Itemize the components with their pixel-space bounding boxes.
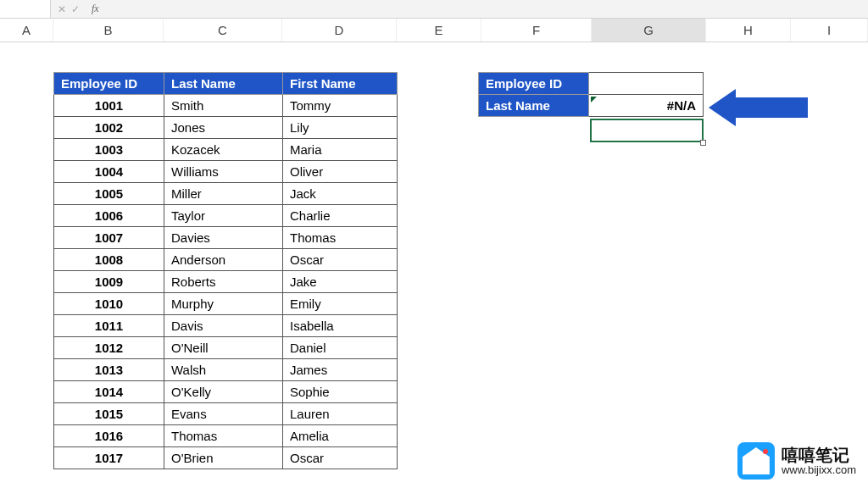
cell-employee-id[interactable]: 1016	[54, 425, 164, 447]
cell-first-name[interactable]: James	[283, 359, 398, 381]
fx-icon[interactable]: fx	[86, 3, 104, 15]
table-row[interactable]: 1013WalshJames	[54, 359, 398, 381]
column-header-c[interactable]: C	[164, 19, 282, 42]
cell-last-name[interactable]: Jones	[164, 117, 283, 139]
lookup-label-last-name[interactable]: Last Name	[479, 95, 589, 117]
cell-first-name[interactable]: Lauren	[283, 403, 398, 425]
column-header-e[interactable]: E	[397, 19, 481, 42]
cell-last-name[interactable]: Taylor	[164, 205, 283, 227]
cancel-icon[interactable]: ✕	[58, 3, 66, 15]
cell-last-name[interactable]: O'Neill	[164, 337, 283, 359]
cell-first-name[interactable]: Charlie	[283, 205, 398, 227]
error-indicator-icon[interactable]	[591, 97, 597, 103]
table-row[interactable]: 1005MillerJack	[54, 183, 398, 205]
worksheet-grid[interactable]: Employee ID Last Name First Name 1001Smi…	[0, 42, 868, 488]
cell-last-name[interactable]: Anderson	[164, 249, 283, 271]
table-row[interactable]: 1008AndersonOscar	[54, 249, 398, 271]
cell-last-name[interactable]: Smith	[164, 95, 283, 117]
employee-table: Employee ID Last Name First Name 1001Smi…	[53, 72, 398, 469]
cell-last-name[interactable]: Roberts	[164, 271, 283, 293]
column-header-g[interactable]: G	[592, 19, 706, 42]
watermark-title: 嘻嘻笔记	[782, 446, 856, 464]
watermark: 嘻嘻笔记 www.bijixx.com	[737, 442, 856, 480]
table-row[interactable]: 1003KozacekMaria	[54, 139, 398, 161]
cell-employee-id[interactable]: 1011	[54, 315, 164, 337]
cell-last-name[interactable]: Murphy	[164, 293, 283, 315]
cell-first-name[interactable]: Jake	[283, 271, 398, 293]
header-last-name[interactable]: Last Name	[164, 73, 283, 95]
enter-icon[interactable]: ✓	[71, 3, 80, 15]
cell-employee-id[interactable]: 1002	[54, 117, 164, 139]
cell-employee-id[interactable]: 1009	[54, 271, 164, 293]
cell-first-name[interactable]: Lily	[283, 117, 398, 139]
cell-first-name[interactable]: Oliver	[283, 161, 398, 183]
cell-last-name[interactable]: Davies	[164, 227, 283, 249]
cell-employee-id[interactable]: 1004	[54, 161, 164, 183]
lookup-label-employee-id[interactable]: Employee ID	[479, 73, 589, 95]
cell-first-name[interactable]: Jack	[283, 183, 398, 205]
cell-first-name[interactable]: Sophie	[283, 381, 398, 403]
cell-employee-id[interactable]: 1003	[54, 139, 164, 161]
cell-first-name[interactable]: Emily	[283, 293, 398, 315]
cell-last-name[interactable]: Davis	[164, 315, 283, 337]
cell-last-name[interactable]: Walsh	[164, 359, 283, 381]
column-header-h[interactable]: H	[706, 19, 791, 42]
cell-employee-id[interactable]: 1010	[54, 293, 164, 315]
table-row[interactable]: 1006TaylorCharlie	[54, 205, 398, 227]
cell-employee-id[interactable]: 1005	[54, 183, 164, 205]
table-row[interactable]: 1010MurphyEmily	[54, 293, 398, 315]
table-row[interactable]: 1004WilliamsOliver	[54, 161, 398, 183]
column-header-a[interactable]: A	[0, 19, 53, 42]
header-first-name[interactable]: First Name	[283, 73, 398, 95]
name-box[interactable]	[0, 0, 51, 18]
cell-first-name[interactable]: Oscar	[283, 447, 398, 469]
cell-last-name[interactable]: Miller	[164, 183, 283, 205]
cell-last-name[interactable]: Evans	[164, 403, 283, 425]
table-row[interactable]: 1015EvansLauren	[54, 403, 398, 425]
table-row[interactable]: 1014O'KellySophie	[54, 381, 398, 403]
cell-last-name[interactable]: Kozacek	[164, 139, 283, 161]
header-employee-id[interactable]: Employee ID	[54, 73, 164, 95]
callout-arrow-icon	[709, 89, 808, 126]
lookup-value-employee-id[interactable]	[589, 73, 704, 95]
table-row[interactable]: 1002JonesLily	[54, 117, 398, 139]
cell-first-name[interactable]: Tommy	[283, 95, 398, 117]
table-row[interactable]: 1011DavisIsabella	[54, 315, 398, 337]
table-row[interactable]: 1016ThomasAmelia	[54, 425, 398, 447]
table-row[interactable]: 1017O'BrienOscar	[54, 447, 398, 469]
cell-employee-id[interactable]: 1006	[54, 205, 164, 227]
cell-employee-id[interactable]: 1013	[54, 359, 164, 381]
cell-employee-id[interactable]: 1015	[54, 403, 164, 425]
column-header-i[interactable]: I	[791, 19, 868, 42]
column-header-f[interactable]: F	[481, 19, 592, 42]
cell-first-name[interactable]: Oscar	[283, 249, 398, 271]
fill-handle[interactable]	[700, 140, 706, 146]
cell-first-name[interactable]: Daniel	[283, 337, 398, 359]
cell-employee-id[interactable]: 1007	[54, 227, 164, 249]
lookup-table: Employee ID Last Name #N/A	[478, 72, 704, 117]
cell-first-name[interactable]: Amelia	[283, 425, 398, 447]
table-row[interactable]: 1012O'NeillDaniel	[54, 337, 398, 359]
cell-employee-id[interactable]: 1001	[54, 95, 164, 117]
cell-last-name[interactable]: O'Brien	[164, 447, 283, 469]
table-row[interactable]: 1009RobertsJake	[54, 271, 398, 293]
column-header-b[interactable]: B	[53, 19, 164, 42]
cell-last-name[interactable]: Williams	[164, 161, 283, 183]
table-row[interactable]: 1001SmithTommy	[54, 95, 398, 117]
cell-first-name[interactable]: Isabella	[283, 315, 398, 337]
column-headers: ABCDEFGHI	[0, 19, 868, 42]
selection-border	[590, 119, 704, 142]
lookup-value-last-name[interactable]: #N/A	[589, 95, 704, 117]
cell-employee-id[interactable]: 1017	[54, 447, 164, 469]
cell-first-name[interactable]: Thomas	[283, 227, 398, 249]
cell-employee-id[interactable]: 1014	[54, 381, 164, 403]
cell-first-name[interactable]: Maria	[283, 139, 398, 161]
table-row[interactable]: 1007DaviesThomas	[54, 227, 398, 249]
cell-employee-id[interactable]: 1008	[54, 249, 164, 271]
cell-last-name[interactable]: O'Kelly	[164, 381, 283, 403]
cell-last-name[interactable]: Thomas	[164, 425, 283, 447]
formula-bar: ✕ ✓ fx	[0, 0, 868, 19]
cell-employee-id[interactable]: 1012	[54, 337, 164, 359]
formula-bar-buttons: ✕ ✓	[51, 3, 86, 15]
column-header-d[interactable]: D	[282, 19, 397, 42]
